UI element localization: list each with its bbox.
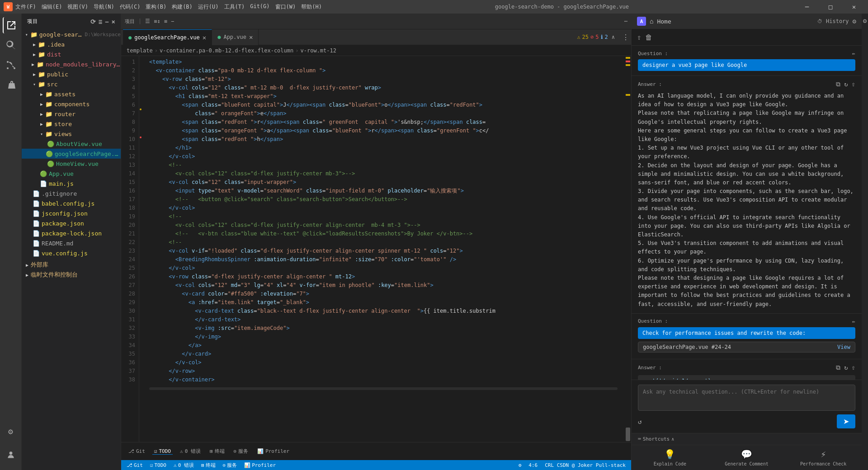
menu-build[interactable]: 构建(B) — [172, 3, 193, 11]
activity-explorer[interactable] — [3, 17, 19, 33]
question2-edit-icon[interactable]: ✏ — [852, 318, 855, 324]
tree-dist[interactable]: ▶ 📁 dist — [22, 49, 121, 59]
bito-history-text[interactable]: History — [826, 18, 849, 24]
bito-action-performance[interactable]: ⚡ Performance Check — [785, 449, 862, 466]
menu-tools[interactable]: 工具(T) — [224, 3, 245, 11]
bito-answer2-icons[interactable]: ⧉ ↻ ⇧ — [836, 364, 855, 371]
menu-window[interactable]: 窗口(W) — [275, 3, 296, 11]
menu-refactor[interactable]: 重构(B) — [146, 3, 166, 11]
bito-settings-side-icon[interactable]: ⚙ — [863, 17, 867, 24]
menu-nav[interactable]: 导航(N) — [94, 3, 114, 11]
tree-scratch[interactable]: ▶ 临时文件和控制台 — [22, 270, 121, 280]
menu-file[interactable]: 文件(F) — [15, 3, 36, 11]
question1-edit-icon[interactable]: ✏ — [852, 50, 855, 56]
toolbar-sort[interactable]: ≡↕ — [154, 18, 160, 24]
bito-header-icons[interactable]: ⏱ History ⚙ — [817, 18, 856, 25]
bito-reset-icon[interactable]: ↺ — [638, 418, 642, 425]
toolbar-collapse[interactable]: ☰ — [145, 18, 150, 24]
close-button[interactable]: ✕ — [844, 0, 864, 14]
activity-search[interactable] — [3, 37, 19, 53]
panel-tab-git[interactable]: ⎇ Git — [127, 448, 147, 454]
status-position[interactable]: 4:6 — [527, 460, 539, 470]
activity-account[interactable] — [3, 446, 19, 463]
status-services[interactable]: ⊙ 服务 — [221, 460, 239, 470]
tree-idea[interactable]: ▶ 📁 .idea — [22, 39, 121, 49]
breadcrumb-vcontainer[interactable]: v-container.pa-0.mb-12.d-flex.flex-colum… — [160, 47, 293, 54]
tree-jsconfig[interactable]: 📄 jsconfig.json — [22, 208, 121, 218]
tree-project-root[interactable]: ▾ 📁 google-search-demo D:\Workspace — [22, 29, 121, 39]
shortcuts-toggle[interactable]: ⌨ Shortcuts ∧ — [638, 436, 674, 442]
tree-homeview[interactable]: 🟢 HomeView.vue — [22, 159, 121, 169]
menu-edit[interactable]: 编辑(E) — [42, 3, 62, 11]
status-profiler[interactable]: 📊 Profiler — [242, 460, 278, 470]
tree-babelconfig[interactable]: 📄 babel.config.js — [22, 198, 121, 208]
tree-googlesearchpage[interactable]: 🟢 googleSearchPage.vue — [22, 149, 121, 159]
tree-public[interactable]: ▶ 📁 public — [22, 69, 121, 79]
tab-close-icon[interactable]: ✕ — [203, 34, 206, 41]
sidebar-header-icons[interactable]: ⟳ ≡ − × — [90, 18, 115, 25]
code-editor[interactable]: <template> <v-container class="pa-0 mb-1… — [142, 56, 625, 442]
minimize-button[interactable]: ─ — [797, 0, 817, 14]
tabs-overflow[interactable]: ⚠ 25 ⊘ 5 ℹ 2 ∧ — [573, 34, 618, 40]
bito-action-comment[interactable]: 💬 Generate Comment — [708, 449, 785, 466]
activity-source-control[interactable] — [3, 57, 19, 73]
scrollbar-thumb[interactable] — [626, 428, 630, 441]
collapse-icon[interactable]: ≡ — [99, 18, 102, 25]
share-icon[interactable]: ⇧ — [637, 33, 642, 42]
expand-icon[interactable]: ∧ — [612, 34, 615, 40]
status-settings[interactable]: ⚙ — [517, 460, 524, 470]
menu-help[interactable]: 帮助(H) — [301, 3, 322, 11]
refresh2-icon[interactable]: ↻ — [844, 364, 848, 371]
bito-send-button[interactable]: ➤ — [837, 414, 855, 428]
tree-router[interactable]: ▶ 📁 router — [22, 109, 121, 119]
bito-input-textarea[interactable] — [643, 389, 832, 407]
panel-tab-todo[interactable]: ☑ TODO — [152, 448, 173, 455]
tree-mainjs[interactable]: 📄 main.js — [22, 179, 121, 188]
status-todo[interactable]: ☑ TODO — [148, 460, 168, 470]
tree-views[interactable]: ▾ 📁 views — [22, 129, 121, 139]
menu-code[interactable]: 代码(C) — [120, 3, 141, 11]
refresh-icon[interactable]: ↻ — [844, 80, 848, 88]
bito-action-explain[interactable]: 💡 Explain Code — [632, 449, 708, 466]
copy2-icon[interactable]: ⧉ — [836, 364, 840, 371]
bito-answer1-icons[interactable]: ⧉ ↻ ⇧ — [836, 80, 855, 88]
refresh-icon[interactable]: ⟳ — [90, 18, 96, 25]
maximize-button[interactable]: □ — [820, 0, 841, 14]
tab-close-icon[interactable]: ✕ — [249, 33, 253, 41]
menu-run[interactable]: 运行(U) — [198, 3, 219, 11]
tree-gitignore[interactable]: 📄 .gitignore — [22, 188, 121, 198]
tab-appvue[interactable]: ● App.vue ✕ — [212, 29, 259, 45]
breadcrumb-vrow[interactable]: v-row.mt-12 — [300, 47, 336, 54]
panel-tab-problems[interactable]: ⚠ 0 错误 — [178, 448, 203, 455]
toolbar-options[interactable]: ⋯ — [624, 18, 627, 24]
bito-view-link[interactable]: View — [837, 344, 850, 350]
status-problems[interactable]: ⚠ 0 错误 — [172, 460, 196, 470]
tree-packagejson[interactable]: 📄 package.json — [22, 218, 121, 228]
panel-tab-terminal[interactable]: ⊞ 终端 — [208, 448, 226, 455]
share2-icon[interactable]: ⇧ — [852, 364, 855, 371]
tab-googlesearchpage[interactable]: ● googleSearchPage.vue ✕ — [123, 29, 212, 45]
hide-icon[interactable]: − — [105, 18, 108, 25]
tree-vueconfig[interactable]: 📄 vue.config.js — [22, 248, 121, 258]
menu-bar[interactable]: 文件(F) 编辑(E) 视图(V) 导航(N) 代码(C) 重构(B) 构建(B… — [15, 3, 322, 11]
bito-settings-icon[interactable]: ⚙ — [853, 18, 856, 25]
tree-components[interactable]: ▶ 📁 components — [22, 99, 121, 109]
panel-tab-profiler[interactable]: 📊 Profiler — [255, 448, 291, 454]
tree-packagelockjson[interactable]: 📄 package-lock.json — [22, 228, 121, 238]
toolbar-minus[interactable]: − — [171, 18, 174, 24]
tree-src[interactable]: ▾ 📁 src — [22, 79, 121, 89]
window-controls[interactable]: ─ □ ✕ — [797, 0, 864, 14]
breadcrumb-template[interactable]: template — [127, 47, 153, 54]
activity-settings[interactable]: ⚙ — [3, 423, 19, 439]
close-sidebar-icon[interactable]: × — [112, 18, 115, 25]
menu-view[interactable]: 视图(V) — [67, 3, 88, 11]
activity-extensions[interactable] — [3, 77, 19, 93]
bito-input-box[interactable] — [638, 385, 855, 411]
share-answer-icon[interactable]: ⇧ — [852, 80, 855, 88]
tree-store[interactable]: ▶ 📁 store — [22, 119, 121, 129]
panel-tab-services[interactable]: ⊙ 服务 — [232, 448, 250, 455]
menu-git[interactable]: Git(G) — [250, 3, 269, 11]
more-tabs-icon[interactable]: ⋮ — [622, 33, 629, 42]
tree-appvue[interactable]: 🟢 App.vue — [22, 169, 121, 179]
tree-externals[interactable]: ▶ 外部库 — [22, 260, 121, 270]
